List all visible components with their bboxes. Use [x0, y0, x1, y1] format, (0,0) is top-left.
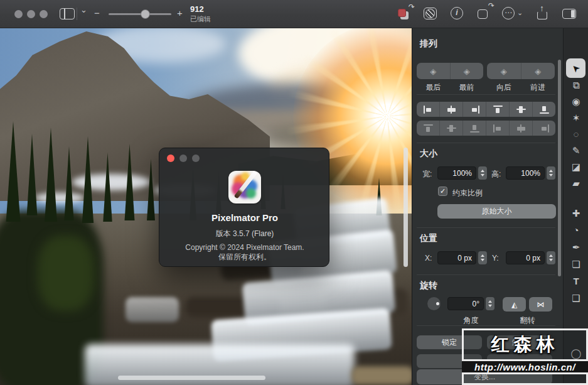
- flip-vertical-icon: ◭: [511, 300, 517, 309]
- toolbar-divider: [77, 8, 77, 20]
- width-field[interactable]: 100%: [437, 166, 476, 180]
- y-field[interactable]: 0 px: [506, 251, 545, 264]
- angle-stepper[interactable]: [486, 297, 494, 310]
- view-options-chevron-icon[interactable]: ⌄: [80, 5, 87, 14]
- shapes-tool[interactable]: ❏: [564, 258, 588, 271]
- bring-to-front-button[interactable]: ◈: [450, 63, 484, 79]
- zoom-slider-thumb[interactable]: [141, 9, 150, 19]
- rotation-header: 旋转: [420, 280, 437, 291]
- rotate-frame-icon: [478, 9, 488, 19]
- color-adjustments-tool[interactable]: ◉: [564, 95, 588, 108]
- angle-field[interactable]: 0°: [447, 297, 484, 310]
- flip-label: 翻转: [503, 315, 552, 326]
- rotation-dial[interactable]: [427, 297, 441, 310]
- pattern-effects-button[interactable]: [422, 6, 439, 21]
- crop-tool[interactable]: ⧉: [564, 79, 588, 92]
- bring-forward-button[interactable]: ◈: [521, 63, 555, 79]
- distribute-middle-button[interactable]: [439, 121, 462, 136]
- about-close-button[interactable]: [167, 155, 174, 162]
- angle-label: 角度: [447, 315, 494, 326]
- effects-tool[interactable]: ✶: [564, 112, 588, 124]
- photo-snow: [72, 174, 151, 190]
- separator: [417, 325, 555, 326]
- align-left-icon: [424, 106, 433, 114]
- align-row: [417, 102, 555, 117]
- order-group-backward-forward: ◈ ◈: [487, 63, 555, 79]
- flip-vertical-button[interactable]: ◭: [503, 297, 526, 312]
- about-copyright-line: Copyright © 2024 Pixelmator Team.: [159, 243, 330, 252]
- width-stepper[interactable]: [478, 166, 487, 180]
- ellipsis-icon: ⋯: [502, 7, 515, 19]
- separator: [417, 274, 555, 275]
- y-stepper[interactable]: [547, 251, 555, 264]
- text-tool[interactable]: T: [564, 275, 588, 288]
- align-bottom-button[interactable]: [532, 102, 555, 117]
- flip-horizontal-button[interactable]: ⋈: [529, 297, 552, 312]
- window-zoom-button[interactable]: [40, 10, 48, 18]
- align-right-button[interactable]: [462, 102, 486, 117]
- distribute-center-button[interactable]: [509, 121, 532, 136]
- window-minimize-button[interactable]: [27, 10, 35, 18]
- distribute-right-button[interactable]: [532, 121, 555, 136]
- more-options-button[interactable]: ⋯ ⌄: [502, 6, 518, 21]
- color-swap-button[interactable]: ↷: [397, 6, 413, 21]
- canvas-vertical-scrollbar[interactable]: [404, 148, 408, 267]
- pen-tool[interactable]: ✒: [564, 241, 588, 254]
- app-icon-blob: [246, 188, 256, 198]
- retouch-tool[interactable]: ✚: [564, 207, 588, 220]
- order-group-back-front: ◈ ◈: [417, 63, 483, 79]
- send-backward-button[interactable]: ◈: [487, 63, 521, 79]
- send-to-back-label: 最后: [417, 82, 450, 93]
- document-status: 已编辑: [190, 14, 211, 24]
- align-left-button[interactable]: [417, 102, 439, 117]
- zoom-slider[interactable]: [109, 13, 171, 15]
- right-panel-toggle-button[interactable]: [561, 6, 577, 21]
- rotate-canvas-button[interactable]: ↷: [476, 6, 492, 21]
- panel-toggle-icon: [562, 9, 576, 19]
- fill-tool[interactable]: ◪: [564, 161, 588, 173]
- size-header: 大小: [420, 148, 437, 160]
- photo-moss: [38, 236, 94, 311]
- sidebar-toggle-icon[interactable]: [60, 8, 75, 19]
- distribute-left-button[interactable]: [486, 121, 509, 136]
- about-minimize-button[interactable]: [179, 155, 187, 162]
- align-top-button[interactable]: [486, 102, 509, 117]
- align-center-h-button[interactable]: [439, 102, 462, 117]
- info-button[interactable]: i: [449, 6, 466, 21]
- cursor-icon: ➤: [569, 62, 583, 75]
- photo-snow: [35, 193, 85, 203]
- share-button[interactable]: ↑: [535, 6, 551, 21]
- erase-tool[interactable]: ▰: [564, 177, 588, 190]
- panel-scrollbar[interactable]: [558, 60, 561, 276]
- window-close-button[interactable]: [14, 10, 23, 18]
- height-stepper[interactable]: [547, 166, 555, 180]
- x-field[interactable]: 0 px: [437, 251, 476, 264]
- constrain-checkbox[interactable]: ✓: [438, 187, 447, 196]
- canvas-horizontal-scrollbar[interactable]: [118, 376, 265, 380]
- more-chevron-icon: ⌄: [517, 9, 523, 17]
- height-field[interactable]: 100%: [506, 166, 545, 180]
- align-top-icon: [493, 106, 503, 114]
- send-to-back-button[interactable]: ◈: [417, 63, 450, 79]
- x-stepper[interactable]: [478, 251, 487, 264]
- about-rights-line: 保留所有权利。: [159, 252, 330, 262]
- toolbar: ⌄ − + 912 已编辑 ↷ i ↷ ⋯ ⌄ ↑: [0, 0, 588, 28]
- pattern-icon: [424, 8, 437, 19]
- distribute-top-button[interactable]: [417, 121, 439, 136]
- distribute-bottom-button[interactable]: [462, 121, 486, 136]
- about-zoom-button[interactable]: [192, 155, 200, 162]
- separator: [417, 143, 555, 143]
- selection-tool[interactable]: ◌: [564, 128, 588, 141]
- y-label: Y:: [492, 254, 499, 263]
- rotate-arrow-icon: ↷: [488, 1, 494, 10]
- original-size-button[interactable]: 原始大小: [437, 204, 556, 219]
- swatch-red-icon: [398, 9, 406, 17]
- zoom-out-button[interactable]: −: [94, 8, 100, 18]
- clone-tool[interactable]: ◔: [564, 224, 588, 237]
- x-label: X:: [425, 254, 432, 263]
- paint-tool[interactable]: ✎: [564, 144, 588, 157]
- align-middle-button[interactable]: [509, 102, 532, 117]
- slice-tool[interactable]: ❑: [564, 292, 588, 305]
- arrange-tool[interactable]: ➤: [566, 58, 585, 78]
- zoom-in-button[interactable]: +: [177, 8, 183, 18]
